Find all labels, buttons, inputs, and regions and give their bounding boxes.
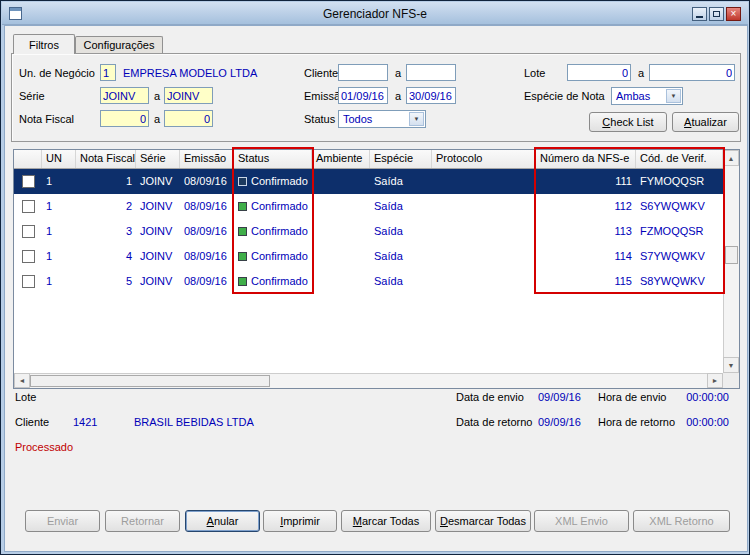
xml-envio-button[interactable]: XML Envio	[534, 510, 629, 532]
lote-ate-input[interactable]	[649, 64, 735, 81]
close-button[interactable]: ×	[726, 7, 741, 21]
tab-filtros[interactable]: Filtros	[13, 34, 75, 54]
col-header-ambiente[interactable]: Ambiente	[312, 150, 370, 168]
label-cliente: Cliente	[304, 67, 338, 79]
label-data-retorno: Data de retorno	[456, 416, 532, 428]
atualizar-button[interactable]: Atualizar	[672, 112, 739, 132]
cell-status: Confirmado	[234, 169, 312, 194]
scroll-left-icon: ◄	[19, 377, 26, 384]
table-row[interactable]: 1 2 JOINV 08/09/16 Confirmado Saída 112 …	[14, 194, 723, 219]
row-checkbox-cell	[14, 244, 42, 269]
scroll-down-icon: ▼	[728, 362, 735, 369]
scroll-left-button[interactable]: ◄	[14, 373, 30, 388]
especie-nota-select-value: Ambas	[616, 90, 650, 102]
col-header-serie[interactable]: Série	[136, 150, 180, 168]
row-checkbox[interactable]	[22, 200, 35, 213]
col-header-emissao[interactable]: Emissão	[180, 150, 234, 168]
table-row[interactable]: 1 4 JOINV 08/09/16 Confirmado Saída 114 …	[14, 244, 723, 269]
col-header-un[interactable]: UN	[42, 150, 76, 168]
col-header-especie[interactable]: Espécie	[370, 150, 432, 168]
table-row[interactable]: 1 1 JOINV 08/09/16 Confirmado Saída 111 …	[14, 169, 723, 194]
cliente-de-input[interactable]	[338, 64, 388, 81]
cell-nota-fiscal: 3	[76, 219, 136, 244]
un-negocio-name: EMPRESA MODELO LTDA	[123, 67, 257, 79]
enviar-button[interactable]: Enviar	[25, 510, 100, 532]
cell-cod-verif: FZMOQQSR	[636, 219, 723, 244]
un-negocio-input[interactable]	[100, 64, 116, 81]
label-range-a: a	[154, 113, 160, 125]
cell-especie: Saída	[370, 194, 432, 219]
anular-button[interactable]: Anular	[185, 510, 260, 532]
status-square-icon	[238, 227, 247, 236]
row-checkbox-cell	[14, 219, 42, 244]
retornar-button[interactable]: Retornar	[105, 510, 180, 532]
label-hora-retorno: Hora de retorno	[598, 416, 675, 428]
cliente-ate-input[interactable]	[406, 64, 456, 81]
cell-especie: Saída	[370, 244, 432, 269]
horizontal-scroll-thumb[interactable]	[30, 375, 270, 387]
col-header-checkbox[interactable]	[14, 150, 42, 168]
check-list-button[interactable]: Check List	[589, 112, 667, 132]
serie-de-input[interactable]	[100, 87, 149, 104]
cell-emissao: 08/09/16	[180, 269, 234, 294]
scrollbar-corner	[723, 373, 739, 388]
hora-retorno-value: 00:00:00	[681, 416, 729, 428]
cell-especie: Saída	[370, 169, 432, 194]
cell-un: 1	[42, 244, 76, 269]
cell-status: Confirmado	[234, 244, 312, 269]
cell-cod-verif: S8YWQWKV	[636, 269, 723, 294]
row-checkbox[interactable]	[22, 225, 35, 238]
cell-serie: JOINV	[136, 194, 180, 219]
row-checkbox[interactable]	[22, 275, 35, 288]
data-retorno-value: 09/09/16	[538, 416, 581, 428]
col-header-nota-fiscal[interactable]: Nota Fiscal	[76, 150, 136, 168]
scroll-up-button[interactable]: ▲	[723, 150, 739, 166]
imprimir-button[interactable]: Imprimir	[263, 510, 337, 532]
label-range-a: a	[395, 90, 401, 102]
cell-protocolo	[432, 244, 536, 269]
xml-retorno-button[interactable]: XML Retorno	[633, 510, 730, 532]
marcar-todas-button[interactable]: Marcar Todas	[341, 510, 431, 532]
row-checkbox[interactable]	[22, 250, 35, 263]
row-checkbox[interactable]	[22, 175, 35, 188]
tab-configuracoes[interactable]: Configurações	[75, 36, 163, 53]
cell-nota-fiscal: 1	[76, 169, 136, 194]
table-row[interactable]: 1 5 JOINV 08/09/16 Confirmado Saída 115 …	[14, 269, 723, 294]
col-header-cod-verif[interactable]: Cód. de Verif.	[636, 150, 723, 168]
status-square-icon	[238, 252, 247, 261]
cell-un: 1	[42, 169, 76, 194]
lote-de-input[interactable]	[567, 64, 631, 81]
especie-nota-select[interactable]: Ambas ▼	[611, 87, 683, 105]
status-square-icon	[238, 202, 247, 211]
horizontal-scrollbar[interactable]: ◄ ►	[14, 373, 723, 388]
cell-status: Confirmado	[234, 269, 312, 294]
minimize-button[interactable]	[692, 7, 707, 21]
scroll-down-button[interactable]: ▼	[723, 357, 739, 373]
emissao-ate-input[interactable]	[406, 87, 456, 104]
scroll-right-icon: ►	[712, 377, 719, 384]
window-controls: ×	[692, 7, 741, 21]
app-window: Gerenciador NFS-e × Filtros Configuraçõe…	[0, 0, 750, 555]
desmarcar-todas-button[interactable]: Desmarcar Todas	[435, 510, 531, 532]
label-especie-nota: Espécie de Nota	[524, 90, 605, 102]
scroll-right-button[interactable]: ►	[707, 373, 723, 388]
scroll-up-icon: ▲	[728, 155, 735, 162]
vertical-scrollbar[interactable]: ▲ ▼	[723, 150, 739, 373]
table-row[interactable]: 1 3 JOINV 08/09/16 Confirmado Saída 113 …	[14, 219, 723, 244]
serie-ate-input[interactable]	[164, 87, 213, 104]
col-header-status[interactable]: Status	[234, 150, 312, 168]
maximize-button[interactable]	[709, 7, 724, 21]
status-label: Confirmado	[251, 269, 308, 294]
col-header-protocolo[interactable]: Protocolo	[432, 150, 536, 168]
status-label: Confirmado	[251, 194, 308, 219]
status-select[interactable]: Todos ▼	[338, 110, 426, 128]
nota-fiscal-de-input[interactable]	[100, 110, 149, 127]
emissao-de-input[interactable]	[338, 87, 388, 104]
status-select-value: Todos	[343, 113, 372, 125]
cell-cod-verif: S6YWQWKV	[636, 194, 723, 219]
col-header-numero-nfse[interactable]: Número da NFS-e	[536, 150, 636, 168]
nota-fiscal-ate-input[interactable]	[164, 110, 213, 127]
status-square-icon	[238, 277, 247, 286]
vertical-scroll-thumb[interactable]	[725, 246, 738, 264]
label-data-envio: Data de envio	[456, 391, 524, 403]
